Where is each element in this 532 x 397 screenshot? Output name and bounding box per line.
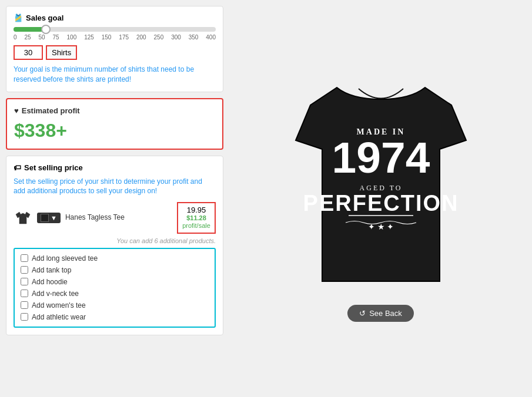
tag-icon: 🏷 [14,163,21,172]
additional-products-note: You can add 6 additional products. [14,237,216,244]
tshirt-display: MADE IN 1974 AGED TO PERFECTION ✦ ★ ✦ ↺ … [287,76,475,322]
dropdown-arrow: ▼ [51,214,57,221]
heart-icon: ♥ [14,106,19,115]
list-item: Add athletic wear [21,311,209,323]
goal-input-row: Shirts [14,45,216,60]
see-back-arrow-icon: ↺ [359,309,366,318]
selling-price-card: 🏷 Set selling price Set the selling pric… [6,156,223,335]
selling-price-description: Set the selling price of your shirt to d… [14,177,216,197]
see-back-button[interactable]: ↺ See Back [347,305,414,322]
svg-text:1974: 1974 [332,133,430,182]
list-item: Add long sleeved tee [21,253,209,264]
price-input-group: $11.28 profit/sale [177,202,216,233]
add-hoodie-checkbox[interactable] [21,278,28,285]
list-item: Add women's tee [21,300,209,311]
tshirt-image-container: MADE IN 1974 AGED TO PERFECTION ✦ ★ ✦ [287,76,475,299]
price-input[interactable] [182,206,211,214]
left-panel: 🎽 Sales goal 0 25 50 75 100 125 150 175 … [0,0,229,397]
slider-track [14,27,216,32]
list-item: Add v-neck tee [21,288,209,300]
product-row: ▼ Hanes Tagless Tee $11.28 profit/sale [14,202,216,233]
color-picker[interactable]: ▼ [37,213,61,223]
goal-unit-label: Shirts [46,45,77,60]
add-long-sleeve-checkbox[interactable] [21,254,28,262]
shirt-icon: 🎽 [14,14,23,22]
slider-thumb[interactable] [41,25,51,34]
list-item: Add hoodie [21,276,209,288]
estimated-profit-title: ♥ Estimated profit [14,106,215,115]
add-athletic-wear-checkbox[interactable] [21,313,28,321]
slider-labels: 0 25 50 75 100 125 150 175 200 250 300 3… [14,34,216,41]
add-womens-tee-checkbox[interactable] [21,301,28,309]
sales-goal-card: 🎽 Sales goal 0 25 50 75 100 125 150 175 … [6,6,223,92]
color-swatch [41,214,49,222]
add-vneck-checkbox[interactable] [21,290,28,297]
goal-quantity-input[interactable] [14,45,43,60]
product-name: Hanes Tagless Tee [65,213,172,223]
goal-description: Your goal is the minimum number of shirt… [14,65,216,85]
svg-text:PERFECTION: PERFECTION [303,191,459,216]
add-tank-top-checkbox[interactable] [21,266,28,274]
profit-value: $338+ [14,120,215,142]
additional-products-box: Add long sleeved tee Add tank top Add ho… [14,248,216,328]
slider-container: 0 25 50 75 100 125 150 175 200 250 300 3… [14,27,216,41]
product-tshirt-icon [14,208,32,227]
list-item: Add tank top [21,264,209,276]
estimated-profit-card: ♥ Estimated profit $338+ [6,98,223,150]
sales-goal-title: 🎽 Sales goal [14,14,216,22]
selling-price-title: 🏷 Set selling price [14,163,216,172]
profit-per-sale: $11.28 profit/sale [182,214,210,230]
right-panel: MADE IN 1974 AGED TO PERFECTION ✦ ★ ✦ ↺ … [229,0,532,397]
see-back-label: See Back [369,309,402,318]
